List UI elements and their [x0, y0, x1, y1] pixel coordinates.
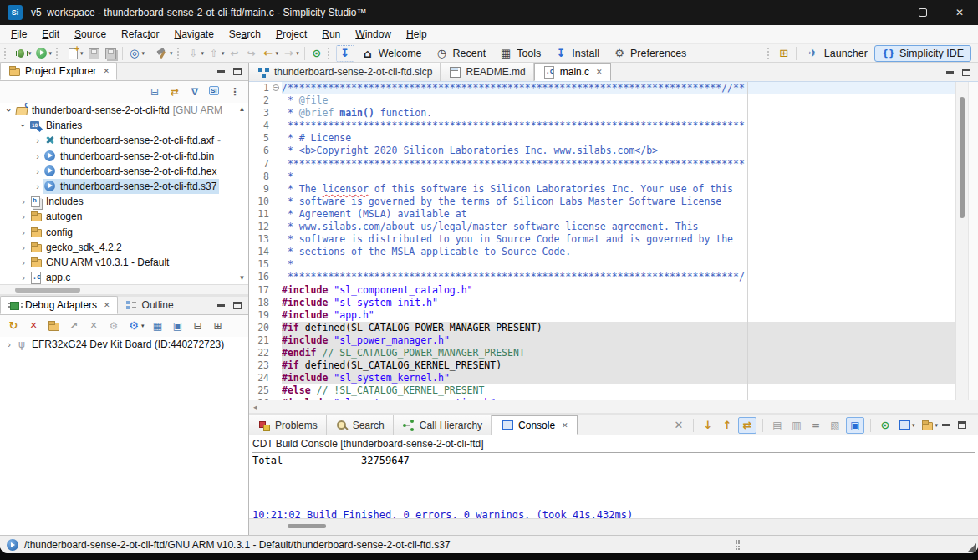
- scroll-left-arrow-icon[interactable]: ◂: [253, 403, 257, 411]
- menu-navigate[interactable]: Navigate: [166, 27, 221, 42]
- dropdown-caret-icon[interactable]: ▾: [170, 50, 173, 57]
- tree-item-body[interactable]: thunderboard-sense-2-ot-cli-ftd.bin: [43, 149, 216, 164]
- menu-file[interactable]: File: [3, 27, 34, 42]
- dropdown-caret-icon[interactable]: ▾: [80, 50, 84, 57]
- resize-grip-icon[interactable]: [967, 543, 976, 552]
- code-editor[interactable]: 1−/*************************************…: [249, 82, 955, 400]
- scroll-up-button[interactable]: ↑: [719, 417, 736, 434]
- tree-item-body[interactable]: Includes: [29, 194, 86, 209]
- tree-item-body[interactable]: ψEFR32xG24 Dev Kit Board (ID:440272723): [15, 337, 227, 352]
- maximize-view-icon[interactable]: [233, 302, 242, 309]
- tree-item[interactable]: ›thunderboard-sense-2-ot-cli-ftd.hex: [0, 164, 248, 179]
- close-tab-icon[interactable]: ✕: [103, 67, 110, 75]
- dropdown-caret-icon[interactable]: ▾: [142, 50, 145, 57]
- minimize-view-icon[interactable]: [217, 304, 225, 307]
- prev-annotation-button[interactable]: ⇧▾: [206, 45, 227, 62]
- forward-button[interactable]: →▾: [280, 45, 301, 62]
- last-edit-button[interactable]: ↩: [227, 45, 243, 62]
- collapsed-arrow-icon[interactable]: ›: [32, 151, 43, 161]
- run-button[interactable]: ▾: [33, 45, 54, 62]
- adapter-gear-button[interactable]: ⚙▾: [125, 318, 146, 334]
- tree-item[interactable]: ›ψEFR32xG24 Dev Kit Board (ID:440272723): [0, 337, 248, 352]
- welcome-button[interactable]: ⌂Welcome: [354, 44, 429, 62]
- disconnect-button[interactable]: ✕: [25, 318, 42, 334]
- project-tree[interactable]: ▲ ▼ ›thunderboard-sense-2-ot-cli-ftd [GN…: [0, 103, 248, 284]
- tab-problems[interactable]: Problems: [249, 415, 327, 435]
- menu-project[interactable]: Project: [268, 27, 314, 42]
- editor-tab-thunderboard-sense-2-ot-cli-ftd.slcp[interactable]: thunderboard-sense-2-ot-cli-ftd.slcp: [249, 63, 441, 81]
- debug-button[interactable]: ▾: [13, 45, 33, 62]
- filter-button[interactable]: ∇: [186, 84, 203, 100]
- tree-item[interactable]: ›app.c: [0, 270, 248, 284]
- minimize-view-icon[interactable]: [946, 71, 954, 74]
- menu-run[interactable]: Run: [314, 27, 348, 42]
- dropdown-caret-icon[interactable]: ▾: [912, 422, 915, 429]
- tree-item[interactable]: ›gecko_sdk_4.2.2: [0, 240, 248, 255]
- tree-item[interactable]: ›autogen: [0, 209, 248, 224]
- dropdown-caret-icon[interactable]: ▾: [201, 50, 205, 57]
- menu-help[interactable]: Help: [399, 27, 435, 42]
- tree-item-body[interactable]: autogen: [29, 209, 84, 224]
- tree-item[interactable]: ›thunderboard-sense-2-ot-cli-ftd.bin: [0, 149, 248, 164]
- scroll-down-arrow-icon[interactable]: ▼: [237, 274, 247, 282]
- project-tree-hscrollbar[interactable]: [0, 284, 248, 294]
- build-button[interactable]: ▾: [154, 45, 175, 62]
- collapsed-arrow-icon[interactable]: ›: [18, 242, 29, 252]
- save-all-button[interactable]: [102, 45, 119, 62]
- collapsed-arrow-icon[interactable]: ›: [32, 166, 43, 176]
- launch-console-button[interactable]: ↗: [65, 318, 82, 334]
- perspective-simplicity-ide[interactable]: {}Simplicity IDE: [874, 45, 971, 62]
- menu-refactor[interactable]: Refactor: [114, 27, 166, 42]
- maximize-button[interactable]: [904, 0, 941, 25]
- tab-outline[interactable]: Outline: [118, 296, 181, 314]
- delete-button[interactable]: ✕: [85, 318, 102, 334]
- collapsed-arrow-icon[interactable]: ›: [32, 181, 43, 191]
- close-tab-icon[interactable]: ✕: [596, 68, 603, 76]
- save-output-button[interactable]: ▤: [769, 417, 786, 434]
- editor-tab-readme.md[interactable]: README.md: [441, 63, 533, 81]
- new-group-button[interactable]: [45, 318, 62, 334]
- menu-window[interactable]: Window: [348, 27, 399, 42]
- scroll-up-arrow-icon[interactable]: ▲: [237, 105, 247, 113]
- collapsed-arrow-icon[interactable]: ›: [32, 135, 43, 145]
- menu-source[interactable]: Source: [67, 27, 114, 42]
- tab-debug-adapters[interactable]: Debug Adapters✕: [0, 296, 118, 314]
- collapsed-arrow-icon[interactable]: ›: [3, 339, 15, 349]
- tools-button[interactable]: ▦Tools: [492, 44, 548, 62]
- collapse-button[interactable]: ⊟: [190, 318, 206, 334]
- dropdown-caret-icon[interactable]: ▾: [141, 323, 145, 329]
- word-wrap-button[interactable]: =: [807, 417, 824, 434]
- tab-call-hierarchy[interactable]: Call Hierarchy: [394, 415, 492, 435]
- tab-project-explorer[interactable]: Project Explorer ✕: [0, 62, 117, 80]
- tree-item[interactable]: ›Binaries: [0, 118, 248, 133]
- collapsed-arrow-icon[interactable]: ›: [18, 272, 29, 283]
- open-console-button[interactable]: ▾: [919, 417, 940, 434]
- new-wizard-button[interactable]: ▾: [64, 45, 85, 62]
- show-output-button[interactable]: ▣: [846, 417, 864, 434]
- preferences-button[interactable]: ⚙Preferences: [606, 44, 693, 62]
- tree-item[interactable]: ›Includes: [0, 194, 248, 209]
- collapsed-arrow-icon[interactable]: ›: [18, 211, 29, 221]
- tools-disabled-button[interactable]: ⚙: [105, 318, 122, 334]
- editor-tab-main.c[interactable]: main.c✕: [534, 63, 611, 81]
- minimize-view-icon[interactable]: [217, 70, 225, 73]
- perspective-launcher[interactable]: ✈Launcher: [800, 46, 874, 61]
- editor-vscrollbar[interactable]: [955, 82, 968, 400]
- expanded-arrow-icon[interactable]: ›: [4, 104, 14, 116]
- pin-editor-button[interactable]: ⊙: [308, 45, 325, 62]
- fold-collapse-icon[interactable]: −: [273, 84, 279, 91]
- tree-item[interactable]: ›thunderboard-sense-2-ot-cli-ftd [GNU AR…: [0, 103, 248, 118]
- expand-button[interactable]: ⊞: [210, 318, 227, 334]
- si-filter-button[interactable]: [206, 84, 223, 100]
- clear-console-button[interactable]: ✕: [670, 417, 687, 434]
- display-console-button[interactable]: ▾: [896, 417, 917, 434]
- dropdown-caret-icon[interactable]: ▾: [222, 50, 225, 57]
- collapsed-arrow-icon[interactable]: ›: [18, 196, 29, 206]
- tree-item[interactable]: ›GNU ARM v10.3.1 - Default: [0, 255, 248, 270]
- lock-console-button[interactable]: ▥: [788, 417, 805, 434]
- tree-item-body[interactable]: config: [29, 225, 75, 240]
- recent-button[interactable]: ◷Recent: [429, 44, 493, 62]
- close-button[interactable]: ✕: [941, 0, 978, 25]
- maximize-view-icon[interactable]: [958, 421, 966, 429]
- console-hscrollbar[interactable]: [249, 518, 978, 535]
